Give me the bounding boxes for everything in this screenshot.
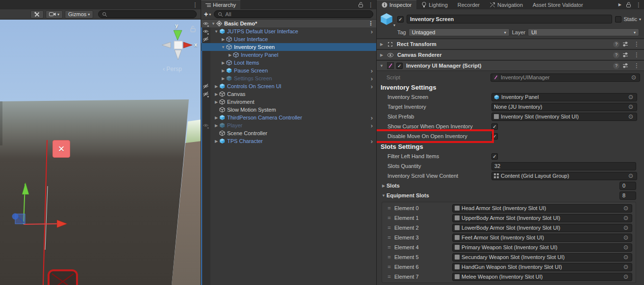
object-picker-icon[interactable]: ⊙ (622, 215, 630, 221)
tab-inspector[interactable]: Inspector (377, 0, 416, 9)
prefab-open-arrow-icon[interactable]: › (371, 75, 373, 82)
script-object-field[interactable]: InventoryUIManager ⊙ (490, 73, 640, 82)
gameobject-enabled-checkbox[interactable]: ✓ (397, 16, 404, 23)
object-picker-icon[interactable]: ⊙ (627, 94, 635, 100)
array-foldout-triangle[interactable]: ▼ (381, 193, 386, 198)
object-field[interactable]: HandGun Weapon Slot (Inventory Slot UI)⊙ (452, 263, 632, 271)
drag-handle-icon[interactable]: = (384, 205, 394, 211)
hierarchy-item-settings-screen[interactable]: ▶Settings Screen› (201, 74, 376, 82)
tab-navigation[interactable]: Navigation (485, 0, 528, 9)
tab-recorder[interactable]: Recorder (453, 0, 485, 9)
hierarchy-item-loot-items[interactable]: ▶Loot Items (201, 59, 376, 67)
component-header-rect-transform[interactable]: ▶Rect Transform?⋮ (377, 39, 644, 49)
hierarchy-search-input[interactable]: All (214, 10, 373, 18)
static-dropdown-arrow-icon[interactable]: ▾ (639, 17, 641, 22)
inspector-menu-kebab-icon[interactable]: ⋮ (633, 1, 644, 8)
foldout-triangle[interactable]: ▶ (213, 100, 219, 104)
row-gutter[interactable] (201, 36, 210, 43)
gameobject-cube-icon[interactable]: ▾ (380, 12, 394, 26)
foldout-triangle[interactable]: ▶ (213, 123, 219, 128)
hierarchy-lock-icon[interactable] (356, 2, 365, 8)
help-icon[interactable]: ? (613, 52, 619, 58)
object-picker-icon[interactable]: ⊙ (622, 205, 630, 211)
foldout-triangle[interactable]: ▶ (213, 92, 219, 96)
layer-dropdown[interactable]: UI ▾ (528, 28, 639, 36)
hierarchy-item-inventory-screen[interactable]: ▼Inventory Screen (201, 43, 376, 51)
text-field[interactable]: 32 (491, 162, 636, 170)
foldout-triangle[interactable]: ▶ (213, 139, 219, 143)
hierarchy-item-pause-screen[interactable]: ▶Pause Screen› (201, 67, 376, 74)
presets-icon[interactable] (622, 41, 628, 47)
hierarchy-item-scene-controller[interactable]: Scene Controller (201, 129, 376, 137)
object-field[interactable]: Content (Grid Layout Group)⊙ (491, 172, 637, 180)
scene-menu-kebab-icon[interactable]: ⋮ (190, 1, 201, 8)
foldout-triangle[interactable]: ▶ (227, 53, 233, 57)
scene-tools-button[interactable] (30, 10, 44, 19)
foldout-triangle[interactable]: ▶ (213, 84, 219, 89)
array-size-field[interactable]: 0 (619, 182, 636, 190)
property-checkbox[interactable]: ✓ (491, 153, 498, 160)
drag-handle-icon[interactable]: = (384, 254, 394, 260)
component-header-canvas-renderer[interactable]: ▶Canvas Renderer?⋮ (377, 49, 644, 60)
tab-asset-store-validator[interactable]: Asset Store Validator (528, 0, 588, 9)
array-foldout-triangle[interactable]: ▶ (381, 184, 386, 188)
property-checkbox[interactable]: ✓ (491, 133, 498, 140)
hierarchy-item-canvas[interactable]: ▶Canvas (201, 90, 376, 98)
object-picker-icon[interactable]: ⊙ (627, 114, 635, 119)
foldout-triangle[interactable]: ▶ (213, 116, 219, 120)
persp-label[interactable]: ‹ Persp (163, 66, 182, 72)
row-gutter[interactable] (201, 122, 210, 129)
help-icon[interactable]: ? (613, 63, 619, 69)
hierarchy-item-thirdperson-camera-controller[interactable]: ▶ThirdPerson Camera Controller› (201, 114, 376, 121)
component-kebab-icon[interactable]: ⋮ (631, 41, 642, 48)
hierarchy-item-user-interface[interactable]: ▶User Interface (201, 35, 376, 43)
object-picker-icon[interactable]: ⊙ (622, 244, 630, 250)
drag-handle-icon[interactable]: = (384, 215, 394, 221)
foldout-triangle[interactable]: ▶ (220, 69, 226, 73)
component-header-inventory-ui-manager-script-[interactable]: ▼✓Inventory UI Manager (Script)?⋮ (377, 60, 644, 71)
object-field[interactable]: Melee Weapon (Inventory Slot UI)⊙ (452, 273, 632, 281)
object-field[interactable]: Inventory Slot (Inventory Slot UI)⊙ (491, 113, 637, 121)
object-picker-icon[interactable]: ⊙ (622, 225, 630, 231)
object-picker-icon[interactable]: ⊙ (630, 74, 638, 80)
object-picker-icon[interactable]: ⊙ (622, 264, 630, 270)
object-field[interactable]: Primary Weapon Slot (Inventory Slot UI)⊙ (452, 243, 632, 252)
presets-icon[interactable] (622, 63, 628, 69)
tab-lighting[interactable]: Lighting (416, 0, 453, 9)
row-gutter[interactable] (201, 91, 210, 97)
create-object-button[interactable]: + ▾ (204, 10, 211, 18)
gameobject-name-field[interactable]: Inventory Screen (407, 15, 612, 24)
hierarchy-item-player[interactable]: ▶Player› (201, 121, 376, 129)
prefab-open-arrow-icon[interactable]: › (371, 68, 373, 74)
drag-handle-icon[interactable]: = (384, 264, 394, 270)
prefab-open-arrow-icon[interactable]: › (371, 28, 373, 35)
object-field[interactable]: Inventory Panel⊙ (491, 93, 637, 101)
scene-search-input[interactable] (98, 10, 197, 18)
more-tabs-icon[interactable]: ▶ (616, 2, 624, 7)
foldout-triangle[interactable]: ▶ (220, 61, 226, 65)
prefab-open-arrow-icon[interactable]: › (371, 115, 373, 121)
hierarchy-item-slow-motion-system[interactable]: Slow Motion System (201, 106, 376, 114)
drag-handle-icon[interactable]: = (384, 244, 394, 250)
tag-dropdown[interactable]: Untagged ▾ (409, 28, 510, 36)
static-checkbox[interactable] (615, 16, 621, 23)
inventory-close-button[interactable]: ✕ (52, 140, 70, 158)
scene-header-row[interactable]: ▼Basic Demo*⋮ (201, 20, 376, 27)
component-foldout-triangle[interactable]: ▼ (379, 64, 385, 68)
object-field[interactable]: None (JU Inventory)⊙ (491, 103, 637, 111)
foldout-triangle[interactable]: ▼ (213, 29, 219, 34)
component-foldout-triangle[interactable]: ▶ (379, 53, 385, 57)
array-size-field[interactable]: 8 (619, 191, 636, 200)
drag-handle-icon[interactable]: = (384, 225, 394, 231)
gizmos-button[interactable]: Gizmos ▾ (65, 10, 93, 19)
inspector-lock-icon[interactable] (624, 2, 633, 8)
object-field[interactable]: Head Armor Slot (Inventory Slot UI)⊙ (452, 204, 632, 213)
presets-icon[interactable] (622, 52, 628, 58)
object-field[interactable]: UpperBody Armor Slot (Inventory Slot UI)… (452, 214, 632, 222)
component-kebab-icon[interactable]: ⋮ (631, 62, 642, 69)
object-picker-icon[interactable]: ⊙ (622, 235, 630, 240)
hierarchy-item-controls-on-screen-ui[interactable]: ▶Controls On Screen UI› (201, 82, 376, 90)
property-checkbox[interactable]: ✓ (491, 123, 498, 130)
object-picker-icon[interactable]: ⊙ (627, 173, 635, 179)
foldout-triangle[interactable]: ▼ (220, 45, 226, 49)
